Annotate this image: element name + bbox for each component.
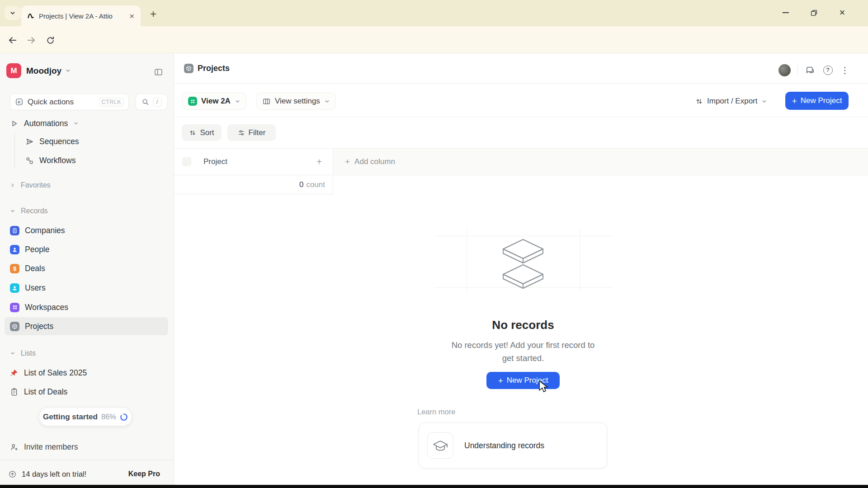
empty-state-line2: get started. xyxy=(452,352,595,365)
sidebar-item-workflows[interactable]: Workflows xyxy=(20,151,168,169)
add-column-label: Add column xyxy=(354,157,395,166)
view-name: View 2A xyxy=(201,97,231,106)
lists-label: Lists xyxy=(21,349,36,357)
new-project-button[interactable]: + New Project xyxy=(785,92,849,110)
play-triangle-icon xyxy=(10,119,19,128)
sidebar-item-users[interactable]: Users xyxy=(5,279,168,297)
close-icon: × xyxy=(840,8,845,18)
window-maximize-button[interactable] xyxy=(804,0,824,25)
sidebar-item-list-of-deals[interactable]: List of Deals xyxy=(5,383,168,401)
plus-icon: + xyxy=(498,376,503,385)
search-shortcut: / xyxy=(153,98,162,107)
tab-search-button[interactable] xyxy=(5,6,21,20)
select-all-checkbox[interactable] xyxy=(182,157,191,166)
sort-label: Sort xyxy=(200,128,214,137)
quick-actions-shortcut: CTRLK xyxy=(99,98,124,107)
column-plus-icon[interactable]: + xyxy=(316,157,322,167)
browser-tab-strip: Projects | View 2A - Attio × + × xyxy=(0,0,868,26)
main-content: Projects ? ⋮ View 2A View settings Impor… xyxy=(174,53,868,488)
import-export-button[interactable]: Import / Export xyxy=(693,93,770,110)
columns-icon xyxy=(262,97,271,106)
user-avatar[interactable] xyxy=(778,64,791,76)
back-button[interactable] xyxy=(6,34,19,47)
help-icon[interactable]: ? xyxy=(821,64,834,76)
import-export-label: Import / Export xyxy=(707,97,757,106)
users-label: Users xyxy=(25,283,46,293)
list-of-deals-label: List of Deals xyxy=(24,387,67,397)
card-title: Understanding records xyxy=(464,441,544,450)
sidebar-item-workspaces[interactable]: Workspaces xyxy=(5,298,168,316)
empty-state-description: No records yet! Add your first record to… xyxy=(452,338,595,365)
sidebar-item-projects[interactable]: Projects xyxy=(5,317,168,335)
page-header: Projects ? ⋮ xyxy=(174,53,868,84)
filter-label: Filter xyxy=(249,128,266,137)
chevron-down-icon xyxy=(235,99,241,104)
sidebar-item-sequences[interactable]: Sequences xyxy=(20,132,168,150)
workspace-name: Moodjoy xyxy=(26,66,61,76)
workflows-label: Workflows xyxy=(39,156,75,165)
decorative-grid-line xyxy=(434,236,613,236)
command-k-icon: K xyxy=(15,98,24,106)
minimize-icon xyxy=(783,12,789,13)
chevron-down-icon xyxy=(10,351,15,356)
sidebar-item-list-of-sales[interactable]: List of Sales 2025 xyxy=(5,364,168,382)
forward-button[interactable] xyxy=(25,34,38,47)
quick-actions-button[interactable]: K Quick actions CTRLK xyxy=(10,94,129,110)
reload-button[interactable] xyxy=(44,34,57,47)
view-settings-label: View settings xyxy=(275,97,320,106)
sidebar-section-records[interactable]: Records xyxy=(5,202,168,220)
dollar-icon: $ xyxy=(10,264,19,273)
sidebar-item-companies[interactable]: Companies xyxy=(5,221,168,239)
sidebar-item-people[interactable]: People xyxy=(5,240,168,258)
keep-pro-button[interactable]: Keep Pro xyxy=(124,467,165,481)
chevron-down-icon xyxy=(73,121,79,126)
filter-button[interactable]: Filter xyxy=(227,124,276,141)
add-column-button[interactable]: + Add column xyxy=(333,148,868,175)
chevron-down-icon xyxy=(65,68,71,74)
empty-state-title: No records xyxy=(492,318,554,332)
svg-text:K: K xyxy=(18,100,21,104)
new-tab-button[interactable]: + xyxy=(146,7,161,21)
empty-state: No records No records yet! Add your firs… xyxy=(396,239,650,389)
page-title: Projects xyxy=(198,53,230,84)
invite-members-label: Invite members xyxy=(24,442,78,452)
records-label: Records xyxy=(21,207,48,215)
sidebar-collapse-button[interactable] xyxy=(152,66,165,78)
getting-started-label: Getting started xyxy=(43,413,98,422)
sidebar-item-deals[interactable]: $ Deals xyxy=(5,259,168,277)
projects-cube-icon xyxy=(184,64,193,73)
view-selector-button[interactable]: View 2A xyxy=(182,93,246,110)
column-header-project[interactable]: Project + xyxy=(174,148,333,175)
trial-label: 14 days left on trial! xyxy=(22,470,119,479)
header-menu-icon[interactable]: ⋮ xyxy=(840,64,850,76)
count-value: 0 xyxy=(299,180,303,189)
sidebar-section-lists[interactable]: Lists xyxy=(5,344,168,362)
person-icon xyxy=(10,245,19,254)
sidebar-section-favorites[interactable]: Favorites xyxy=(5,176,168,194)
chat-icon[interactable] xyxy=(804,64,816,76)
column-header-label: Project xyxy=(203,157,227,166)
graduation-cap-icon xyxy=(427,432,453,459)
list-of-sales-label: List of Sales 2025 xyxy=(24,368,87,378)
sidebar-item-automations[interactable]: Automations xyxy=(5,114,168,132)
workspace-switcher[interactable]: Moodjoy xyxy=(26,63,71,78)
view-settings-button[interactable]: View settings xyxy=(256,93,336,110)
workspace-logo[interactable]: M xyxy=(6,63,21,78)
clipboard-icon xyxy=(10,388,19,396)
count-label: count xyxy=(306,180,325,189)
browser-tab[interactable]: Projects | View 2A - Attio × xyxy=(21,5,141,26)
sort-button[interactable]: Sort xyxy=(182,124,222,141)
chevron-down-icon xyxy=(324,99,330,104)
chevron-down-icon xyxy=(10,208,15,214)
tab-close-icon[interactable]: × xyxy=(128,12,135,20)
people-label: People xyxy=(25,245,50,254)
getting-started-button[interactable]: Getting started 86% xyxy=(39,408,132,426)
pushpin-icon xyxy=(10,369,19,377)
window-minimize-button[interactable] xyxy=(776,0,796,25)
learn-more-label: Learn more xyxy=(417,408,455,416)
search-button[interactable]: / xyxy=(136,94,167,110)
understanding-records-card[interactable]: Understanding records xyxy=(419,422,607,469)
invite-members-button[interactable]: Invite members xyxy=(5,438,168,456)
plus-icon: + xyxy=(345,157,350,167)
window-close-button[interactable]: × xyxy=(832,0,852,25)
